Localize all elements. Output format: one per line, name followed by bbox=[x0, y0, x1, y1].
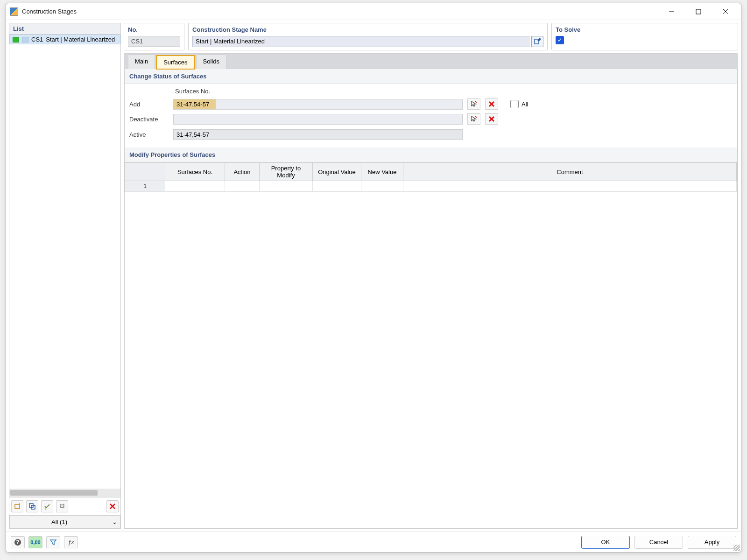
all-label: All bbox=[521, 101, 528, 108]
help-button[interactable]: ? bbox=[11, 536, 25, 548]
no-group: No. CS1 bbox=[124, 23, 184, 50]
app-icon bbox=[10, 7, 18, 16]
no-label: No. bbox=[128, 26, 180, 33]
add-surfaces-input[interactable] bbox=[173, 99, 463, 110]
edit-name-button[interactable] bbox=[531, 36, 543, 47]
tab-main[interactable]: Main bbox=[128, 55, 155, 69]
name-label: Construction Stage Name bbox=[192, 26, 543, 33]
list-filter-dropdown[interactable]: All (1) ⌄ bbox=[9, 515, 120, 528]
fx-button[interactable]: ƒx bbox=[64, 536, 78, 548]
ok-button[interactable]: OK bbox=[581, 536, 630, 549]
svg-line-10 bbox=[475, 101, 477, 103]
active-surfaces-field: 31-47,54-57 bbox=[173, 129, 463, 140]
units-button[interactable]: 0,00 bbox=[28, 536, 42, 548]
list-filter-label: All (1) bbox=[10, 518, 109, 525]
solve-label: To Solve bbox=[556, 26, 734, 33]
list-toolbar bbox=[9, 497, 120, 515]
svg-rect-4 bbox=[15, 504, 20, 509]
col-comment: Comment bbox=[403, 163, 737, 181]
close-button[interactable] bbox=[712, 3, 739, 20]
deactivate-surfaces-input[interactable] bbox=[173, 114, 463, 125]
table-row[interactable]: 1 bbox=[125, 181, 737, 192]
pick-add-button[interactable] bbox=[467, 98, 480, 110]
funnel-icon bbox=[49, 539, 57, 546]
left-pane: List CS1 Start | Material Linearized bbox=[9, 23, 121, 529]
delete-stage-button[interactable] bbox=[106, 500, 119, 512]
svg-text:?: ? bbox=[16, 539, 20, 546]
exclude-button[interactable] bbox=[56, 500, 68, 512]
dialog-footer: ? 0,00 ƒx OK Cancel Apply bbox=[6, 532, 741, 552]
edit-icon bbox=[534, 38, 541, 45]
cancel-button[interactable]: Cancel bbox=[634, 536, 683, 549]
surfaces-no-header: Surfaces No. bbox=[173, 88, 463, 95]
tab-surfaces[interactable]: Surfaces bbox=[156, 55, 195, 70]
list-header: List bbox=[9, 23, 120, 35]
modify-table-head: Surfaces No. Action Property to Modify O… bbox=[125, 163, 737, 181]
clear-deactivate-button[interactable] bbox=[485, 113, 498, 125]
active-label: Active bbox=[129, 131, 169, 138]
list-hscrollbar[interactable] bbox=[9, 489, 120, 497]
pick-cursor-icon bbox=[470, 115, 478, 123]
name-group: Construction Stage Name Start | Material… bbox=[188, 23, 548, 50]
modify-section-title: Modify Properties of Surfaces bbox=[125, 147, 737, 162]
stage-color-icon-2 bbox=[22, 37, 28, 42]
col-original: Original Value bbox=[313, 163, 361, 181]
dialog-window: Construction Stages List CS1 Start | Mat… bbox=[6, 3, 741, 553]
clear-x-icon bbox=[488, 100, 495, 108]
status-section-title: Change Status of Surfaces bbox=[125, 69, 737, 84]
tab-solids[interactable]: Solids bbox=[196, 55, 226, 69]
add-label: Add bbox=[129, 101, 169, 108]
svg-rect-1 bbox=[696, 9, 701, 14]
list-item[interactable]: CS1 Start | Material Linearized bbox=[9, 35, 120, 44]
clear-add-button[interactable] bbox=[485, 98, 498, 110]
help-icon: ? bbox=[14, 539, 21, 546]
fx-icon: ƒx bbox=[68, 539, 74, 546]
copy-stage-button[interactable] bbox=[26, 500, 38, 512]
window-title: Construction Stages bbox=[22, 8, 658, 15]
new-stage-button[interactable] bbox=[11, 500, 23, 512]
solve-checkbox[interactable] bbox=[556, 36, 564, 44]
include-button[interactable] bbox=[41, 500, 53, 512]
row-number: 1 bbox=[125, 181, 165, 191]
deactivate-label: Deactivate bbox=[129, 116, 169, 123]
units-icon: 0,00 bbox=[30, 539, 40, 545]
chevron-down-icon: ⌄ bbox=[109, 518, 120, 525]
all-checkbox[interactable] bbox=[510, 100, 519, 108]
right-pane: No. CS1 Construction Stage Name Start | … bbox=[124, 23, 738, 529]
col-surfaces: Surfaces No. bbox=[165, 163, 225, 181]
stage-list: List CS1 Start | Material Linearized bbox=[9, 23, 121, 529]
pick-deactivate-button[interactable] bbox=[467, 113, 480, 125]
tab-body: Change Status of Surfaces Surfaces No. A… bbox=[124, 69, 738, 528]
no-field[interactable]: CS1 bbox=[128, 36, 180, 47]
apply-button[interactable]: Apply bbox=[688, 536, 736, 549]
filter-tool-button[interactable] bbox=[46, 536, 60, 548]
col-new: New Value bbox=[361, 163, 403, 181]
solve-group: To Solve bbox=[551, 23, 738, 50]
name-field[interactable]: Start | Material Linearized bbox=[192, 36, 529, 47]
titlebar: Construction Stages bbox=[6, 3, 741, 20]
minimize-button[interactable] bbox=[658, 3, 685, 20]
col-property: Property to Modify bbox=[260, 163, 313, 181]
list-item-label: Start | Material Linearized bbox=[46, 36, 115, 43]
list-item-code: CS1 bbox=[31, 36, 43, 43]
tab-strip: Main Surfaces Solids Change Status of Su… bbox=[124, 53, 738, 529]
col-action: Action bbox=[225, 163, 260, 181]
resize-grip[interactable] bbox=[733, 545, 740, 551]
list-body[interactable]: CS1 Start | Material Linearized bbox=[9, 35, 120, 489]
stage-color-icon bbox=[13, 37, 19, 42]
pick-cursor-icon bbox=[470, 100, 478, 108]
svg-line-13 bbox=[475, 116, 477, 118]
maximize-button[interactable] bbox=[685, 3, 712, 20]
modify-table[interactable]: Surfaces No. Action Property to Modify O… bbox=[125, 162, 737, 192]
clear-x-icon bbox=[488, 115, 495, 123]
